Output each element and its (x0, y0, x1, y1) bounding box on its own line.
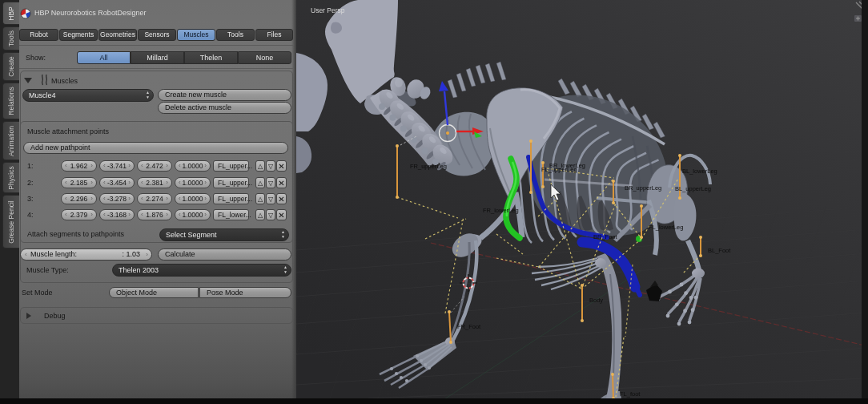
svg-text:FR_upperLeg: FR_upperLeg (410, 163, 447, 170)
svg-text:BL_lowerLeg: BL_lowerLeg (682, 168, 717, 175)
svg-text:FL_foot: FL_foot (620, 390, 641, 398)
svg-text:FL_lowerLeg: FL_lowerLeg (649, 224, 683, 231)
svg-text:BR_lowerLeg: BR_lowerLeg (549, 162, 585, 169)
svg-text:FR_lowerLeg: FR_lowerLeg (483, 207, 519, 214)
svg-text:User Persp: User Persp (311, 6, 345, 14)
svg-text:BL_Foot: BL_Foot (708, 247, 731, 254)
svg-text:BR_Foot: BR_Foot (593, 233, 618, 240)
svg-text:BL_upperLeg: BL_upperLeg (675, 185, 711, 192)
svg-text:Body: Body (589, 297, 603, 304)
svg-text:BR_upperLeg: BR_upperLeg (625, 184, 661, 192)
svg-text:FR_Foot: FR_Foot (457, 323, 481, 330)
